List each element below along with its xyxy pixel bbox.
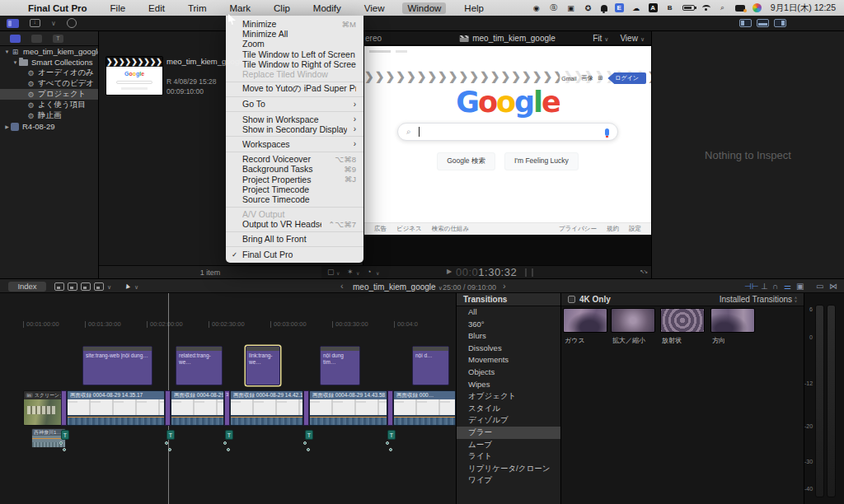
zoom-tick[interactable] [525,268,527,277]
connection-dot[interactable] [386,441,389,445]
title-anchor-marker[interactable]: T [166,430,175,440]
shield-icon[interactable]: ✪ [584,3,593,13]
titles-tab-icon[interactable]: T [53,35,63,43]
crop-icon[interactable]: ▢ [327,268,335,276]
project-title-dropdown[interactable]: meo_tim_kiem_google∨ [353,282,443,292]
expand-icon[interactable]: ↖↘ [640,268,646,275]
menu-item-tile-right[interactable]: Tile Window to Right of Screen [226,59,363,69]
sidebar-item-audio-only[interactable]: ⚙ オーディオのみ [0,68,98,78]
show-inspector-toggle[interactable] [774,19,786,27]
transitions-category-blurs[interactable]: Blurs [457,330,560,343]
disclosure-triangle-icon[interactable]: ▼ [3,49,11,54]
previous-project-icon[interactable]: ‹ [340,281,344,291]
ruler-timecode[interactable]: 00:01:00:00 [23,321,59,328]
transitions-category-wipes[interactable]: Wipes [457,379,560,391]
ruler-timecode[interactable]: 00:04:0 [394,321,418,328]
connection-dot[interactable] [227,448,230,451]
menu-item-minimize-all[interactable]: Minimize All [226,29,363,39]
4k-only-checkbox[interactable] [568,296,575,303]
transitions-category-movements[interactable]: Movements [457,354,560,366]
import-caret-icon[interactable]: ∨ [51,20,56,27]
connection-dot[interactable] [223,441,227,445]
skimming-icon[interactable]: ⚌ [784,282,791,291]
append-edit-icon[interactable] [81,282,91,291]
menu-mark[interactable]: Mark [224,2,256,14]
video-clip[interactable]: 画面収録 0004-08-29 14.42.14 [230,390,303,426]
import-media-icon[interactable] [30,19,40,27]
pointer-tool-icon[interactable]: ▲ [123,281,133,291]
transition-segment[interactable]: 3 [224,390,230,426]
position-icon[interactable]: ⊥ [761,282,768,291]
transition-thumbnail-radial[interactable] [660,308,705,333]
menu-help[interactable]: Help [459,2,489,14]
evernote-icon[interactable]: E [615,3,624,12]
transitions-category-360[interactable]: 360° [457,319,560,331]
menu-item-final-cut-pro[interactable]: ✓Final Cut Pro [226,250,363,259]
chevron-down-icon[interactable]: ∨ [134,284,138,291]
zoom-tick[interactable] [532,268,533,277]
title-clip[interactable]: related:trang-we… [176,346,223,385]
user-switch-icon[interactable] [735,5,745,12]
transitions-category-blur-jp-selected[interactable]: ブラー [457,427,560,439]
menu-item-go-to[interactable]: Go To› [226,99,363,109]
battery-icon[interactable] [682,5,695,11]
transitions-category-light-jp[interactable]: ライト [457,450,560,463]
chevron-down-icon[interactable]: ∨ [376,270,379,276]
menu-clip[interactable]: Clip [269,2,295,14]
volume-line[interactable] [171,417,223,418]
menu-item-project-timecode[interactable]: Project Timecode [226,184,363,194]
menu-item-minimize[interactable]: Minimize⌘M [226,19,363,29]
menu-item-show-secondary-display[interactable]: Show in Secondary Display› [226,124,363,134]
clip-appearance-icon[interactable]: ▭ [816,282,823,291]
title-clip[interactable]: nội d… [412,346,449,385]
transitions-category-wipe-jp[interactable]: ワイプ [457,474,560,487]
video-clip[interactable]: 画面収録 0004-08-29 14.43.58 [309,390,387,426]
clip-thumbnail[interactable]: ❯❯❯❯❯❯❯❯❯❯❯❯ Google [106,56,163,96]
title-clip-selected[interactable]: link:trang-we… [246,346,280,385]
menu-modify[interactable]: Modify [308,2,346,14]
bell-icon[interactable] [601,5,607,12]
connection-dot[interactable] [59,441,63,445]
sidebar-item-smart-collections[interactable]: ▼ Smart Collections [0,57,98,68]
transitions-category-all[interactable]: All [457,306,560,319]
trim-icon[interactable]: ⊣⊢ [744,282,758,291]
ruler-timecode[interactable]: 00:02:30:00 [209,321,245,328]
title-anchor-marker[interactable]: T [387,430,396,440]
screen-recording-clip[interactable]: inスクリーンシ… [23,390,64,426]
connect-edit-icon[interactable] [54,282,64,291]
index-button[interactable]: Index [8,282,46,292]
spotlight-icon[interactable]: ⌕ [718,3,728,13]
keyword-check-icon[interactable] [67,18,77,28]
sidebar-toggle-icon[interactable] [7,19,19,28]
bluetooth-icon[interactable]: B [665,3,675,13]
input-source-icon[interactable]: A [649,3,658,12]
video-clip[interactable]: 画面収録 0004-08-29 1… [171,390,224,426]
screen-record-icon[interactable]: ◉ [532,3,542,13]
solo-icon[interactable]: ▣ [796,282,804,291]
chevron-down-icon[interactable]: ∨ [107,284,111,291]
sidebar-item-all-video[interactable]: ⚙ すべてのビデオ [0,78,98,89]
disclosure-triangle-icon[interactable]: ▼ [12,60,19,65]
sidebar-item-stills[interactable]: ⚙ 静止画 [0,110,98,121]
ruler-timecode[interactable]: 00:01:30:00 [85,321,121,328]
menu-view[interactable]: View [359,2,390,14]
menu-window[interactable]: Window [402,2,446,14]
transition-segment[interactable] [165,390,171,426]
menu-item-zoom[interactable]: Zoom [226,39,363,49]
show-timeline-toggle[interactable] [757,19,769,27]
sidebar-item-library[interactable]: ▼ ⊞ meo_tim_kiem_google [0,46,98,57]
menu-item-output-vr-headset[interactable]: Output to VR Headset⌃⌥⌘7 [226,219,363,229]
volume-line[interactable] [231,417,302,418]
transition-segment[interactable] [303,390,309,426]
effects-tab-icon[interactable] [31,35,42,43]
installed-transitions-dropdown[interactable]: Installed Transitions ˄˅ [720,295,797,304]
video-clip[interactable]: 画面収録 0004-08-29 14.35.17 [67,390,165,426]
menu-item-workspaces[interactable]: Workspaces› [226,139,363,149]
title-clip[interactable]: nội dung tìm… [320,346,360,385]
clapperboard-tab-icon[interactable] [10,35,21,43]
fit-dropdown[interactable]: Fit∨ [593,34,608,43]
menu-item-project-properties[interactable]: Project Properties⌘J [226,174,363,184]
transitions-category-objects[interactable]: Objects [457,366,560,379]
enhance-wand-icon[interactable]: ✶ [347,268,354,276]
title-clip[interactable]: site:trang-web |nội dung… [82,346,152,385]
